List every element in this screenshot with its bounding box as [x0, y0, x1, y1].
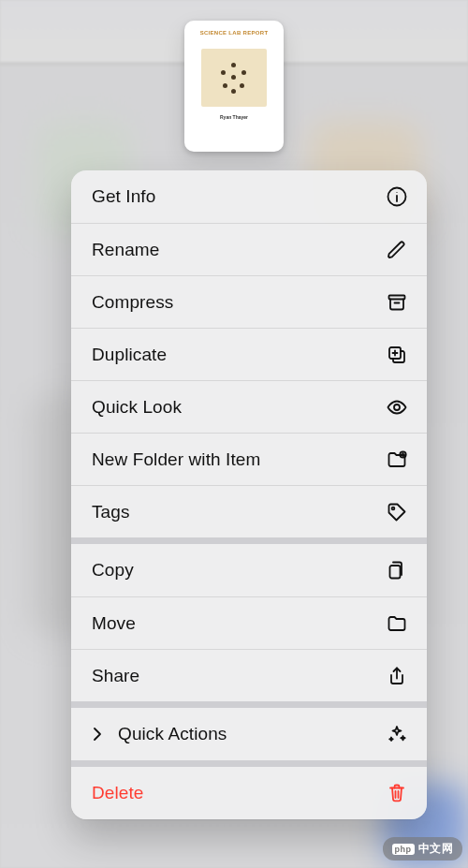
getinfo-menu-item[interactable]: Get Info: [71, 170, 427, 223]
folder-plus-icon: [386, 449, 408, 471]
quickactions-label: Quick Actions: [118, 724, 227, 744]
sparkles-icon: [386, 723, 408, 745]
rename-label: Rename: [92, 240, 159, 260]
file-thumbnail: SCIENCE LAB REPORT Ryan Thayer: [184, 21, 284, 152]
archivebox-icon: [386, 291, 408, 314]
context-menu: Get InfoRenameCompressDuplicateQuick Loo…: [71, 170, 427, 819]
thumbnail-subtitle: [234, 37, 235, 41]
quickactions-menu-item[interactable]: Quick Actions: [71, 708, 427, 760]
copy-label: Copy: [92, 560, 134, 581]
copy-menu-item[interactable]: Copy: [71, 544, 427, 596]
thumbnail-footer: Ryan Thayer: [220, 114, 248, 120]
quicklook-menu-item[interactable]: Quick Look: [71, 380, 427, 433]
info-icon: [386, 185, 408, 208]
getinfo-label: Get Info: [92, 186, 155, 207]
copy-icon: [386, 559, 408, 581]
share-menu-item[interactable]: Share: [71, 649, 427, 701]
watermark-prefix: php: [392, 844, 415, 855]
share-label: Share: [92, 666, 139, 686]
menu-group: CopyMoveShare: [71, 537, 427, 701]
delete-label: Delete: [92, 783, 144, 803]
menu-group: Delete: [71, 760, 427, 819]
newfolder-label: New Folder with Item: [92, 449, 260, 470]
eye-icon: [386, 396, 408, 419]
duplicate-menu-item[interactable]: Duplicate: [71, 328, 427, 380]
thumbnail-art: [201, 49, 267, 107]
watermark-text: 中文网: [418, 841, 454, 857]
pencil-icon: [386, 239, 408, 261]
watermark: php 中文网: [383, 837, 463, 861]
tag-icon: [386, 501, 408, 523]
move-label: Move: [92, 613, 136, 634]
menu-group: Quick Actions: [71, 701, 427, 760]
share-icon: [386, 665, 408, 687]
folder-icon: [386, 612, 408, 635]
delete-menu-item[interactable]: Delete: [71, 767, 427, 819]
menu-group: Get InfoRenameCompressDuplicateQuick Loo…: [71, 170, 427, 537]
thumbnail-footer-sub: [234, 121, 235, 125]
tags-label: Tags: [92, 502, 130, 522]
thumbnail-title: SCIENCE LAB REPORT: [200, 30, 269, 36]
chevron-right-icon: [86, 723, 109, 745]
newfolder-menu-item[interactable]: New Folder with Item: [71, 433, 427, 485]
compress-menu-item[interactable]: Compress: [71, 275, 427, 328]
compress-label: Compress: [92, 292, 173, 313]
trash-icon: [386, 782, 408, 804]
rename-menu-item[interactable]: Rename: [71, 223, 427, 275]
tags-menu-item[interactable]: Tags: [71, 485, 427, 537]
duplicate-label: Duplicate: [92, 345, 167, 365]
duplicate-icon: [386, 344, 408, 366]
move-menu-item[interactable]: Move: [71, 596, 427, 649]
quicklook-label: Quick Look: [92, 397, 182, 418]
